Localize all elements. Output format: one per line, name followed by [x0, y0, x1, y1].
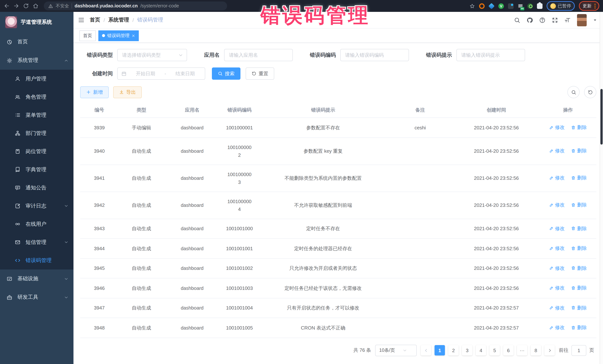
sidebar-item-mail[interactable]: 短信管理 [0, 233, 73, 251]
add-button[interactable]: 新增 [80, 86, 109, 98]
delete-link[interactable]: 删除 [571, 123, 587, 131]
tag-home[interactable]: 首页 [79, 30, 96, 41]
sidebar-item-badge[interactable]: 岗位管理 [0, 142, 73, 161]
sidebar-item-gear[interactable]: 系统管理 [0, 51, 73, 70]
page-button-8[interactable]: 8 [531, 345, 541, 355]
sidebar-item-toolbox[interactable]: 研发工具 [0, 288, 73, 307]
avatar-caret-icon[interactable] [593, 18, 597, 22]
delete-link[interactable]: 删除 [571, 147, 587, 155]
sidebar-item-mailcheck[interactable]: 基础设施 [0, 269, 73, 288]
edit-link[interactable]: 修改 [549, 147, 565, 155]
browser-reload-icon[interactable] [23, 3, 29, 9]
page-button-1[interactable]: 1 [435, 345, 445, 355]
tag-error-code[interactable]: 错误码管理 [98, 30, 139, 41]
edit-link[interactable]: 修改 [549, 201, 565, 209]
extensions-puzzle-icon[interactable] [537, 3, 543, 9]
delete-link[interactable]: 删除 [571, 201, 587, 209]
page-button-6[interactable]: 6 [503, 345, 514, 355]
edit-link[interactable]: 修改 [549, 174, 565, 182]
extension-icon[interactable] [479, 3, 485, 9]
header-search-icon[interactable] [514, 17, 520, 23]
page-size-select[interactable]: 10条/页 [375, 344, 417, 356]
extension-icon[interactable] [527, 3, 533, 9]
cell-time: 2021-04-20 23:52:57 [453, 298, 540, 318]
sidebar-item-code[interactable]: 错误码管理 [0, 251, 73, 269]
edit-link[interactable]: 修改 [549, 324, 565, 331]
sidebar-item-label: 系统管理 [17, 57, 64, 64]
edit-link[interactable]: 修改 [549, 244, 565, 252]
search-button[interactable]: 搜索 [212, 67, 241, 80]
browser-forward-icon[interactable] [13, 3, 19, 9]
reset-button[interactable]: 重置 [246, 67, 274, 80]
sidebar-toggle-icon[interactable] [78, 17, 85, 23]
prev-page-button[interactable] [421, 345, 431, 355]
toggle-search-button[interactable] [567, 86, 580, 98]
extension-icon[interactable]: V [498, 3, 504, 9]
tag-close-icon[interactable] [132, 34, 135, 37]
export-button[interactable]: 导出 [113, 86, 142, 98]
browser-back-icon[interactable] [4, 3, 10, 9]
page-button-5[interactable]: 5 [489, 345, 500, 355]
help-icon[interactable] [539, 17, 545, 23]
address-bar[interactable]: 不安全 dashboard.yudao.iocoder.cn/system/er… [44, 1, 227, 10]
sidebar-item-tree[interactable]: 部门管理 [0, 124, 73, 142]
page-button-4[interactable]: 4 [476, 345, 486, 355]
delete-link[interactable]: 删除 [571, 244, 587, 252]
extension-icon[interactable] [488, 3, 495, 9]
sidebar-item-icon [15, 203, 20, 209]
sidebar-item-users[interactable]: 角色管理 [0, 88, 73, 106]
sidebar-item-list[interactable]: 菜单管理 [0, 106, 73, 124]
breadcrumb-separator: / [132, 17, 134, 23]
next-page-button[interactable] [544, 345, 555, 355]
font-size-icon[interactable] [564, 17, 571, 23]
extension-icon[interactable] [518, 3, 523, 9]
edit-link[interactable]: 修改 [549, 304, 565, 311]
edit-icon [549, 325, 554, 330]
page-content: 错误码类型 请选择错误码类型 应用名 错误码编码 [73, 43, 603, 364]
edit-link[interactable]: 修改 [549, 264, 565, 272]
edit-link[interactable]: 修改 [549, 224, 565, 232]
delete-link[interactable]: 删除 [571, 284, 587, 292]
update-label: 更新 [583, 3, 591, 9]
delete-link[interactable]: 删除 [571, 224, 587, 232]
app-name-input[interactable] [224, 49, 293, 61]
page-more-button[interactable]: ··· [517, 345, 527, 355]
sidebar-item-link[interactable]: 在线用户 [0, 215, 73, 233]
delete-link[interactable]: 删除 [571, 304, 587, 311]
edit-link[interactable]: 修改 [549, 284, 565, 292]
sidebar-item-audit[interactable]: 审计日志 [0, 197, 73, 215]
sidebar-item-user[interactable]: 用户管理 [0, 70, 73, 88]
browser-profile-chip[interactable]: 已暂停 [547, 1, 575, 11]
breadcrumb-system[interactable]: 系统管理 [108, 17, 129, 23]
fullscreen-icon[interactable] [552, 17, 558, 23]
error-type-select[interactable]: 请选择错误码类型 [117, 49, 187, 61]
refresh-table-button[interactable] [584, 86, 596, 98]
github-icon[interactable] [527, 17, 533, 23]
page-button-2[interactable]: 2 [448, 345, 459, 355]
browser-home-icon[interactable] [33, 3, 39, 9]
table-row: 3942 自动生成 dashboard 100100000 4 不允许获取敏感配… [80, 192, 596, 219]
date-range-picker[interactable]: 开始日期 - 结束日期 [117, 67, 205, 80]
browser-menu-icon[interactable] [594, 3, 596, 8]
breadcrumb-home[interactable]: 首页 [90, 17, 100, 23]
sidebar-item-book[interactable]: 字典管理 [0, 161, 73, 179]
user-avatar[interactable] [577, 14, 587, 26]
browser-update-button[interactable]: 更新 [579, 1, 599, 11]
trash-icon [571, 149, 576, 153]
edit-link[interactable]: 修改 [549, 123, 565, 131]
error-msg-input[interactable] [456, 49, 525, 61]
bookmark-star-icon[interactable] [469, 3, 475, 9]
extension-icon[interactable] [508, 3, 514, 9]
goto-page-input[interactable] [571, 345, 586, 356]
sidebar-item-dashboard[interactable]: 首页 [0, 33, 73, 51]
scrollbar-thumb[interactable] [600, 89, 603, 144]
sidebar-item-notice[interactable]: 通知公告 [0, 179, 73, 197]
error-code-input[interactable] [340, 49, 409, 61]
delete-link[interactable]: 删除 [571, 324, 587, 331]
cell-id: 3946 [80, 278, 118, 298]
app-logo[interactable]: 芋道管理系统 [0, 12, 73, 33]
cell-code: 100100000 2 [220, 138, 259, 165]
page-button-3[interactable]: 3 [462, 345, 472, 355]
delete-link[interactable]: 删除 [571, 264, 587, 272]
delete-link[interactable]: 删除 [571, 174, 587, 182]
